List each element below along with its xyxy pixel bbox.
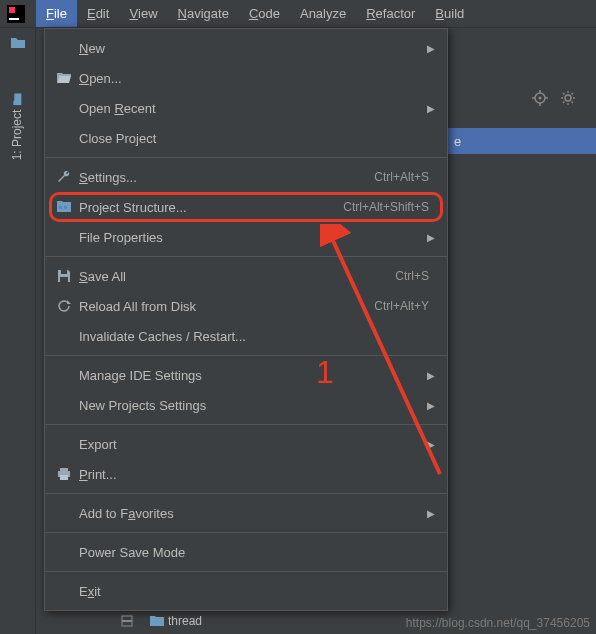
menu-view[interactable]: View: [119, 0, 167, 27]
menu-item-label: File Properties: [79, 230, 421, 245]
gear-icon[interactable]: [560, 90, 576, 106]
editor-tab-active[interactable]: e: [448, 128, 596, 154]
bottom-tool-tabs: thread: [120, 610, 210, 632]
menu-item-label: Add to Favorites: [79, 506, 421, 521]
menu-item-file-properties[interactable]: File Properties▶: [45, 222, 447, 252]
menu-separator: [45, 424, 447, 425]
menu-build[interactable]: Build: [425, 0, 474, 27]
editor-tab-label-fragment: e: [454, 134, 461, 149]
menu-analyze[interactable]: Analyze: [290, 0, 356, 27]
menu-shortcut: Ctrl+Alt+S: [374, 170, 429, 184]
svg-line-14: [563, 93, 565, 95]
menu-edit[interactable]: Edit: [77, 0, 119, 27]
menu-navigate[interactable]: Navigate: [168, 0, 239, 27]
menu-separator: [45, 355, 447, 356]
wrench-icon: [53, 169, 75, 185]
left-sidebar: 1: Project: [0, 28, 36, 634]
project-structure-icon: [53, 200, 75, 214]
menu-item-power-save-mode[interactable]: Power Save Mode: [45, 537, 447, 567]
menu-item-add-to-favorites[interactable]: Add to Favorites▶: [45, 498, 447, 528]
app-logo: [4, 2, 28, 26]
print-icon: [53, 467, 75, 481]
svg-rect-19: [64, 206, 67, 209]
submenu-arrow-icon: ▶: [427, 232, 435, 243]
menu-item-label: Power Save Mode: [79, 545, 435, 560]
menu-item-label: Exit: [79, 584, 435, 599]
thread-tab[interactable]: thread: [142, 610, 210, 632]
menu-item-new[interactable]: New▶: [45, 33, 447, 63]
menu-separator: [45, 157, 447, 158]
submenu-arrow-icon: ▶: [427, 508, 435, 519]
menu-item-label: Close Project: [79, 131, 435, 146]
menu-item-new-projects-settings[interactable]: New Projects Settings▶: [45, 390, 447, 420]
svg-rect-22: [60, 468, 68, 471]
menu-code[interactable]: Code: [239, 0, 290, 27]
menu-item-label: Open...: [79, 71, 435, 86]
menu-item-print[interactable]: Print...: [45, 459, 447, 489]
menu-item-label: Save All: [79, 269, 395, 284]
menu-item-label: Reload All from Disk: [79, 299, 374, 314]
menu-item-save-all[interactable]: Save AllCtrl+S: [45, 261, 447, 291]
submenu-arrow-icon: ▶: [427, 400, 435, 411]
target-icon[interactable]: [532, 90, 548, 106]
watermark: https://blog.csdn.net/qq_37456205: [406, 616, 590, 630]
svg-point-9: [565, 95, 571, 101]
menu-shortcut: Ctrl+S: [395, 269, 429, 283]
submenu-arrow-icon: ▶: [427, 43, 435, 54]
menu-item-label: Export: [79, 437, 421, 452]
menu-item-label: Project Structure...: [79, 200, 343, 215]
thread-tab-label: thread: [168, 614, 202, 628]
folder-open-icon: [53, 71, 75, 85]
svg-rect-20: [61, 270, 67, 274]
save-icon: [53, 269, 75, 283]
menu-item-label: Invalidate Caches / Restart...: [79, 329, 435, 344]
menu-item-label: New Projects Settings: [79, 398, 421, 413]
svg-rect-21: [60, 277, 68, 282]
reload-icon: [53, 299, 75, 313]
menu-shortcut: Ctrl+Alt+Y: [374, 299, 429, 313]
menu-shortcut: Ctrl+Alt+Shift+S: [343, 200, 429, 214]
menu-item-exit[interactable]: Exit: [45, 576, 447, 606]
project-folder-icon[interactable]: [10, 36, 26, 50]
svg-line-17: [572, 93, 574, 95]
submenu-arrow-icon: ▶: [427, 103, 435, 114]
menu-separator: [45, 532, 447, 533]
menu-item-invalidate-caches-restart[interactable]: Invalidate Caches / Restart...: [45, 321, 447, 351]
toolbar-right: [532, 90, 576, 106]
menu-item-settings[interactable]: Settings...Ctrl+Alt+S: [45, 162, 447, 192]
menu-separator: [45, 493, 447, 494]
menu-item-project-structure[interactable]: Project Structure...Ctrl+Alt+Shift+S: [45, 192, 447, 222]
menu-separator: [45, 256, 447, 257]
svg-rect-2: [9, 18, 19, 20]
menu-item-label: Print...: [79, 467, 435, 482]
menu-item-manage-ide-settings[interactable]: Manage IDE Settings▶: [45, 360, 447, 390]
svg-rect-1: [9, 7, 15, 13]
svg-line-15: [572, 102, 574, 104]
menu-item-close-project[interactable]: Close Project: [45, 123, 447, 153]
menubar: FileEditViewNavigateCodeAnalyzeRefactorB…: [0, 0, 596, 28]
menu-item-export[interactable]: Export▶: [45, 429, 447, 459]
minimize-icon[interactable]: [120, 614, 134, 628]
svg-rect-24: [60, 475, 68, 480]
menu-item-label: Open Recent: [79, 101, 421, 116]
svg-point-4: [539, 97, 542, 100]
project-tab-label: 1: Project: [11, 110, 25, 161]
menu-item-open-recent[interactable]: Open Recent▶: [45, 93, 447, 123]
menu-item-open[interactable]: Open...: [45, 63, 447, 93]
menu-item-reload-all-from-disk[interactable]: Reload All from DiskCtrl+Alt+Y: [45, 291, 447, 321]
menu-separator: [45, 571, 447, 572]
submenu-arrow-icon: ▶: [427, 439, 435, 450]
svg-line-16: [563, 102, 565, 104]
svg-rect-27: [122, 620, 132, 622]
project-tool-window-tab[interactable]: 1: Project: [11, 94, 25, 161]
menu-item-label: New: [79, 41, 421, 56]
submenu-arrow-icon: ▶: [427, 370, 435, 381]
svg-rect-18: [59, 206, 62, 209]
menu-item-label: Manage IDE Settings: [79, 368, 421, 383]
menu-refactor[interactable]: Refactor: [356, 0, 425, 27]
menu-item-label: Settings...: [79, 170, 374, 185]
menu-file[interactable]: File: [36, 0, 77, 27]
file-menu-dropdown: New▶Open...Open Recent▶Close ProjectSett…: [44, 28, 448, 611]
